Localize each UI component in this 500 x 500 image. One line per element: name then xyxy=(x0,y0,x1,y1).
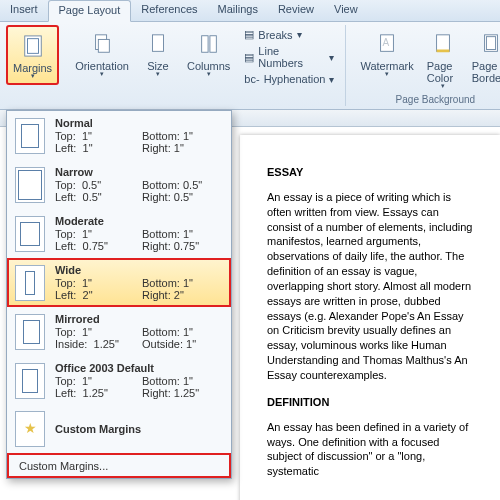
svg-rect-5 xyxy=(201,36,207,53)
margins-option-mirrored[interactable]: MirroredTop: 1"Bottom: 1"Inside: 1.25"Ou… xyxy=(7,307,231,356)
breaks-icon: ▤ xyxy=(244,28,254,41)
page-borders-button[interactable]: Page Borders xyxy=(467,25,500,93)
tab-insert[interactable]: Insert xyxy=(0,0,48,21)
ribbon-tabs: InsertPage LayoutReferencesMailingsRevie… xyxy=(0,0,500,22)
page-color-icon xyxy=(427,28,459,60)
hyphenation-icon: bc‑ xyxy=(244,73,259,85)
breaks-button[interactable]: ▤Breaks ▾ xyxy=(241,27,337,42)
star-icon xyxy=(15,411,45,447)
document-page[interactable]: ESSAY An essay is a piece of writing whi… xyxy=(240,135,500,500)
doc-heading-2: DEFINITION xyxy=(267,395,475,410)
size-icon xyxy=(142,28,174,60)
columns-icon xyxy=(193,28,225,60)
margins-icon xyxy=(17,30,49,62)
line-numbers-icon: ▤ xyxy=(244,51,254,64)
page-borders-icon xyxy=(475,28,500,60)
doc-paragraph: An essay has been defined in a variety o… xyxy=(267,420,475,479)
page-color-button[interactable]: Page Color▾ xyxy=(422,25,464,93)
page-background-group-label: Page Background xyxy=(396,93,476,106)
margins-option-moderate[interactable]: ModerateTop: 1"Bottom: 1"Left: 0.75"Righ… xyxy=(7,209,231,258)
margins-preset-icon xyxy=(15,216,45,252)
margins-preset-icon xyxy=(15,118,45,154)
margins-preset-icon xyxy=(15,167,45,203)
margins-dropdown-menu: NormalTop: 1"Bottom: 1"Left: 1"Right: 1"… xyxy=(6,110,232,479)
columns-button[interactable]: Columns▾ xyxy=(182,25,235,88)
margins-option-custom[interactable]: Custom Margins xyxy=(7,405,231,453)
tab-review[interactable]: Review xyxy=(268,0,324,21)
watermark-icon: A xyxy=(371,28,403,60)
svg-rect-6 xyxy=(210,36,216,53)
svg-rect-4 xyxy=(152,35,163,52)
line-numbers-button[interactable]: ▤Line Numbers ▾ xyxy=(241,44,337,70)
watermark-button[interactable]: AWatermark▾ xyxy=(355,25,418,93)
svg-text:A: A xyxy=(383,37,390,48)
margins-preset-icon xyxy=(15,363,45,399)
hyphenation-button[interactable]: bc‑Hyphenation ▾ xyxy=(241,72,337,86)
custom-margins-button[interactable]: Custom Margins... xyxy=(7,453,231,478)
tab-page-layout[interactable]: Page Layout xyxy=(48,0,132,22)
ribbon-body: Margins▾ Orientation▾ Size▾ Columns▾ ▤Br… xyxy=(0,22,500,110)
orientation-icon xyxy=(86,28,118,60)
svg-rect-9 xyxy=(436,35,449,52)
margins-option-office-2003-default[interactable]: Office 2003 DefaultTop: 1"Bottom: 1"Left… xyxy=(7,356,231,405)
orientation-button[interactable]: Orientation▾ xyxy=(70,25,134,88)
tab-references[interactable]: References xyxy=(131,0,207,21)
margins-option-narrow[interactable]: NarrowTop: 0.5"Bottom: 0.5"Left: 0.5"Rig… xyxy=(7,160,231,209)
size-button[interactable]: Size▾ xyxy=(137,25,179,88)
svg-rect-10 xyxy=(436,50,449,53)
svg-rect-3 xyxy=(98,39,109,52)
doc-paragraph: An essay is a piece of writing which is … xyxy=(267,190,475,383)
margins-option-normal[interactable]: NormalTop: 1"Bottom: 1"Left: 1"Right: 1" xyxy=(7,111,231,160)
margins-option-wide[interactable]: WideTop: 1"Bottom: 1"Left: 2"Right: 2" xyxy=(7,258,231,307)
doc-heading-1: ESSAY xyxy=(267,165,475,180)
tab-mailings[interactable]: Mailings xyxy=(208,0,268,21)
margins-button[interactable]: Margins▾ xyxy=(6,25,59,85)
margins-preset-icon xyxy=(15,265,45,301)
margins-preset-icon xyxy=(15,314,45,350)
tab-view[interactable]: View xyxy=(324,0,368,21)
